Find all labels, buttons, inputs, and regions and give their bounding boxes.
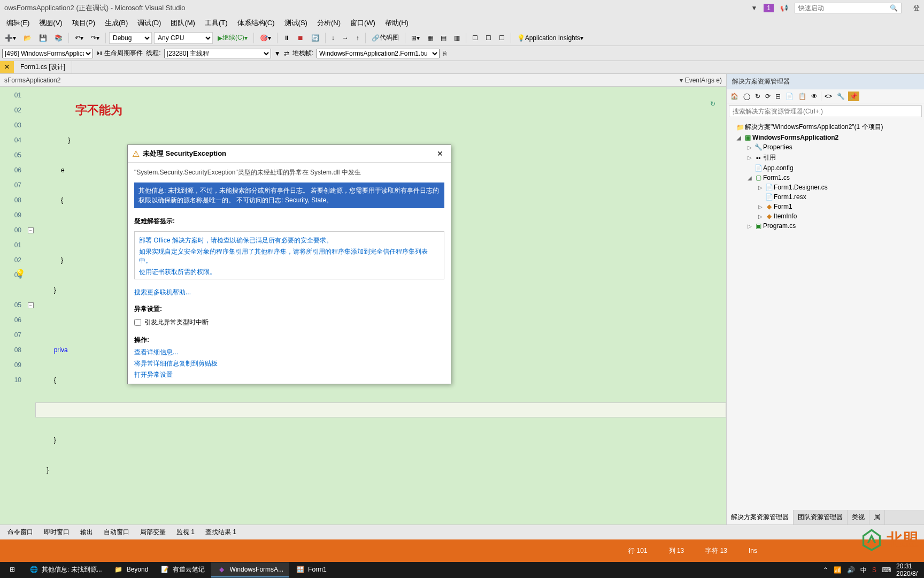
step-over-icon[interactable]: →	[340, 33, 351, 43]
menu-analyze[interactable]: 分析(N)	[313, 16, 345, 30]
quick-launch[interactable]: 🔍	[795, 3, 902, 13]
back-icon[interactable]: ◯	[742, 92, 752, 101]
grid-icon[interactable]: ⊞▾	[409, 33, 422, 43]
lightbulb-icon[interactable]: 💡	[15, 269, 26, 279]
tree-solution[interactable]: 📁解决方案"WindowsFormsApplication2"(1 个项目)	[728, 121, 923, 133]
thread-icon[interactable]: ⇄	[284, 50, 289, 57]
tree-properties[interactable]: ▷🔧Properties	[728, 142, 923, 152]
copy-clipboard-link[interactable]: 将异常详细信息复制到剪贴板	[134, 358, 444, 369]
stack-nav-icon[interactable]: ⎘	[443, 50, 446, 57]
process-select[interactable]: [496] WindowsFormsApplica	[2, 49, 93, 58]
tab-props[interactable]: 属	[869, 510, 885, 524]
breakpoint-icon[interactable]: 🎯▾	[257, 33, 274, 43]
fold-toggle[interactable]: −	[28, 302, 34, 308]
new-project-icon[interactable]: ➕▾	[2, 33, 19, 43]
wrench-icon[interactable]: 🔧	[835, 92, 846, 101]
align3-icon[interactable]: ☐	[496, 33, 507, 43]
tab-class[interactable]: 类视	[848, 510, 869, 524]
tab-form1-design[interactable]: Form1.cs [设计]	[14, 61, 72, 73]
tree-program[interactable]: ▷▣Program.cs	[728, 221, 923, 231]
quick-launch-input[interactable]	[798, 4, 890, 12]
notification-badge[interactable]: 1	[764, 4, 774, 12]
collapse-icon[interactable]: ⊟	[774, 92, 782, 101]
menu-build[interactable]: 生成(B)	[101, 16, 132, 30]
tip-link[interactable]: 获取此异常的常规帮助。	[139, 278, 440, 279]
tray-up-icon[interactable]: ⌃	[823, 566, 828, 574]
menu-help[interactable]: 帮助(H)	[381, 16, 413, 30]
close-button[interactable]: ✕	[434, 148, 446, 159]
align1-icon[interactable]: ☐	[469, 33, 481, 43]
tree-references[interactable]: ▷▪▪引用	[728, 152, 923, 163]
breadcrumb-right[interactable]: ▾ EventArgs e)	[680, 77, 722, 84]
thread-select[interactable]: [23280] 主线程	[164, 49, 271, 58]
menu-window[interactable]: 窗口(W)	[346, 16, 380, 30]
codemap-button[interactable]: 🔗 代码图	[369, 32, 402, 44]
menu-tools[interactable]: 工具(T)	[201, 16, 232, 30]
insights-button[interactable]: 💡 Application Insights ▾	[514, 33, 586, 43]
redo-icon[interactable]: ↷▾	[88, 33, 102, 43]
tip-link[interactable]: 部署 Office 解决方案时，请检查以确保已满足所有必要的安全要求。	[139, 235, 440, 246]
undo-icon[interactable]: ↶▾	[72, 33, 86, 43]
filter-icon[interactable]: ▼	[274, 50, 281, 57]
tip-link[interactable]: 如果实现自定义安全对象的程序集引用了其他程序集，请将所引用的程序集添加到完全信任…	[139, 246, 440, 267]
tree-form1cs[interactable]: ◢▢Form1.cs	[728, 173, 923, 182]
menu-debug[interactable]: 调试(D)	[133, 16, 165, 30]
feedback-icon[interactable]: 📢	[780, 4, 788, 12]
menu-arch[interactable]: 体系结构(C)	[233, 16, 279, 30]
tree-project[interactable]: ◢▣WindowsFormsApplication2	[728, 133, 923, 142]
save-all-icon[interactable]: 📚	[52, 33, 65, 43]
tree-appconfig[interactable]: 📄App.config	[728, 163, 923, 173]
config-select[interactable]: Debug	[109, 32, 152, 44]
life-events[interactable]: ⏯ 生命周期事件	[96, 49, 143, 58]
fold-toggle[interactable]: −	[28, 227, 34, 233]
open-settings-link[interactable]: 打开异常设置	[134, 369, 444, 381]
pin-icon[interactable]: 📌	[848, 92, 859, 101]
open-file-icon[interactable]: 📂	[21, 33, 34, 43]
breadcrumb-left[interactable]: sFormsApplication2	[4, 77, 60, 84]
taskbar-start[interactable]: ⊞	[2, 562, 22, 577]
menu-team[interactable]: 团队(M)	[166, 16, 199, 30]
tab-find[interactable]: 查找结果 1	[200, 525, 242, 539]
break-checkbox[interactable]	[134, 319, 141, 326]
tab-team[interactable]: 团队资源管理器	[794, 510, 848, 524]
menu-test[interactable]: 测试(S)	[280, 16, 312, 30]
align2-icon[interactable]: ☐	[483, 33, 494, 43]
menu-view[interactable]: 视图(V)	[35, 16, 66, 30]
tray-ime[interactable]: 中	[860, 566, 867, 575]
solution-tree[interactable]: 📁解决方案"WindowsFormsApplication2"(1 个项目) ◢…	[727, 119, 924, 510]
continue-button[interactable]: ▶ 继续(C) ▾	[215, 32, 250, 44]
layout2-icon[interactable]: ▤	[438, 33, 449, 43]
menu-project[interactable]: 项目(P)	[68, 16, 99, 30]
refresh-icon[interactable]: ⟳	[764, 92, 772, 101]
save-icon[interactable]: 💾	[36, 33, 50, 43]
taskbar-youdao[interactable]: 📝有道云笔记	[155, 562, 210, 577]
tray-network-icon[interactable]: 📶	[834, 566, 842, 574]
system-tray[interactable]: ⌃ 📶 🔊 中 S ⌨ 20:31 2020/8/	[823, 562, 922, 577]
tip-link[interactable]: 使用证书获取所需的权限。	[139, 267, 440, 278]
preview-icon[interactable]: 👁	[810, 92, 819, 101]
step-out-icon[interactable]: ↑	[353, 33, 362, 43]
show-all-icon[interactable]: 📄	[784, 92, 795, 101]
taskbar-chrome[interactable]: 🌐其他信息: 未找到源...	[24, 562, 107, 577]
stop-icon[interactable]: ⏹	[295, 33, 306, 43]
tab-close-left[interactable]: ✕	[0, 61, 14, 73]
restart-icon[interactable]: 🔄	[309, 33, 322, 43]
layout3-icon[interactable]: ▥	[451, 33, 463, 43]
tree-designer[interactable]: ▷📄Form1.Designer.cs	[728, 182, 923, 192]
layout1-icon[interactable]: ▦	[425, 33, 436, 43]
menu-edit[interactable]: 编辑(E)	[2, 16, 34, 30]
taskbar-beyond[interactable]: 📁Beyond	[109, 562, 154, 577]
forward-icon[interactable]: ↻	[753, 92, 762, 101]
properties-icon[interactable]: 📋	[797, 92, 808, 101]
flag-icon[interactable]: ▼	[751, 4, 757, 12]
view-details-link[interactable]: 查看详细信息...	[134, 347, 444, 358]
refactor-icon[interactable]: ↻	[710, 100, 715, 108]
tree-form1-class[interactable]: ▷◆Form1	[728, 202, 923, 211]
taskbar-vs[interactable]: ◆WindowsFormsA...	[211, 562, 289, 577]
login-link[interactable]: 登	[913, 4, 920, 13]
tab-autos[interactable]: 自动窗口	[98, 525, 135, 539]
tray-keyboard-icon[interactable]: ⌨	[882, 566, 891, 574]
stack-select[interactable]: WindowsFormsApplication2.Form1.bu	[317, 49, 440, 58]
tree-iteminfo[interactable]: ▷◆ItemInfo	[728, 211, 923, 221]
tab-solexp[interactable]: 解决方案资源管理器	[727, 510, 794, 524]
